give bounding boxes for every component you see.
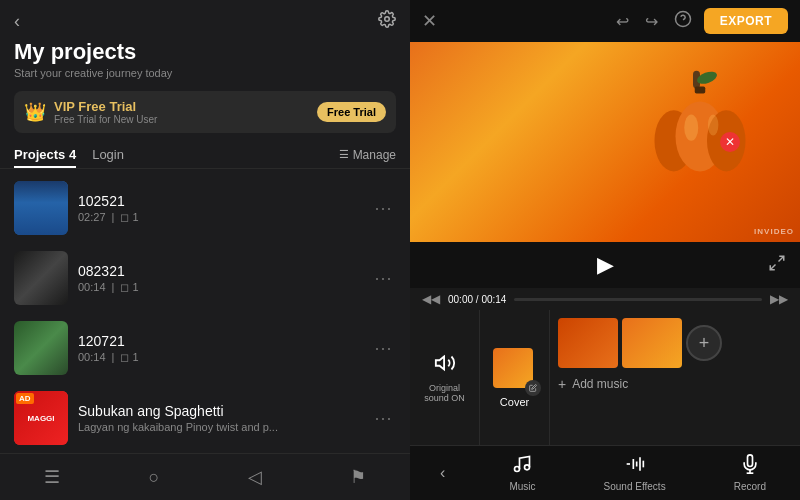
svg-rect-10: [695, 87, 706, 94]
project-thumbnail: [14, 181, 68, 235]
editor-nav-back-button[interactable]: ‹: [432, 464, 453, 482]
timeline-bar: ◀◀ 00:00 / 00:14 ▶▶: [410, 288, 800, 310]
tab-login[interactable]: Login: [92, 141, 124, 168]
svg-point-9: [708, 115, 719, 136]
svg-point-0: [385, 17, 390, 22]
sound-effects-label: Sound Effects: [604, 481, 666, 492]
timeline-left-btn[interactable]: ◀◀: [422, 292, 440, 306]
left-header: ‹: [0, 0, 410, 37]
watermark: INVIDEO: [754, 227, 794, 236]
pumpkin-illustration: [640, 62, 760, 202]
project-list: 102521 02:27 | ◻ 1 ⋯ 082321 00:14 | ◻ 1: [0, 173, 410, 453]
add-music-icon: +: [558, 376, 566, 392]
project-info: 120721 00:14 | ◻ 1: [78, 333, 360, 364]
video-preview: INVIDEO ✕: [410, 42, 800, 242]
export-button[interactable]: EXPORT: [704, 8, 788, 34]
project-info: 082321 00:14 | ◻ 1: [78, 263, 360, 294]
add-music-row[interactable]: + Add music: [558, 376, 792, 392]
timeline-right-btn[interactable]: ▶▶: [770, 292, 788, 306]
left-panel: ‹ My projects Start your creative journe…: [0, 0, 410, 500]
project-thumbnail: [14, 321, 68, 375]
project-thumbnail: MAGGI AD: [14, 391, 68, 445]
back-nav-icon[interactable]: ◁: [232, 462, 278, 492]
vip-banner[interactable]: 👑 VIP Free Trial Free Trial for New User…: [14, 91, 396, 133]
more-options-button[interactable]: ⋯: [370, 333, 396, 363]
project-meta: 02:27 | ◻ 1: [78, 211, 360, 224]
cover-panel[interactable]: Cover: [480, 310, 550, 445]
sound-icon: [434, 352, 456, 379]
project-meta: 00:14 | ◻ 1: [78, 281, 360, 294]
tab-projects[interactable]: Projects 4: [14, 141, 76, 168]
list-item[interactable]: 082321 00:14 | ◻ 1 ⋯: [0, 243, 410, 313]
redo-button[interactable]: ↪: [641, 12, 662, 31]
clip-thumbnail[interactable]: [622, 318, 682, 368]
more-options-button[interactable]: ⋯: [370, 193, 396, 223]
fullscreen-button[interactable]: [768, 254, 786, 277]
menu-icon[interactable]: ☰: [28, 462, 76, 492]
error-badge: ✕: [720, 132, 740, 152]
sound-label: Original sound ON: [418, 383, 471, 403]
sound-effects-icon: [625, 454, 645, 479]
project-clips: ◻ 1: [120, 211, 138, 224]
manage-label: Manage: [353, 148, 396, 162]
right-panel: ✕ ↩ ↪ EXPORT: [410, 0, 800, 500]
project-duration: 00:14: [78, 281, 106, 293]
timeline-track[interactable]: [514, 298, 762, 301]
settings-icon[interactable]: [378, 10, 396, 33]
vip-title: VIP Free Trial: [54, 99, 309, 114]
home-icon[interactable]: ○: [132, 463, 175, 492]
bottom-navigation: ☰ ○ ◁ ⚑: [0, 453, 410, 500]
project-name: 082321: [78, 263, 360, 279]
tab-manage[interactable]: ☰ Manage: [339, 148, 396, 162]
project-info: 102521 02:27 | ◻ 1: [78, 193, 360, 224]
bottom-editor-navigation: ‹ Music Sound Effects: [410, 445, 800, 500]
editor-controls: Original sound ON Cover + +: [410, 310, 800, 445]
music-nav-item[interactable]: Music: [497, 454, 547, 492]
project-clips: ◻ 1: [120, 351, 138, 364]
list-item[interactable]: MAGGI AD Subukan ang Spaghetti Lagyan ng…: [0, 383, 410, 453]
cover-label: Cover: [500, 396, 529, 408]
project-name: Subukan ang Spaghetti: [78, 403, 360, 419]
timeline-current-time: 00:00 / 00:14: [448, 294, 506, 305]
close-button[interactable]: ✕: [422, 10, 437, 32]
projects-tabs: Projects 4 Login ☰ Manage: [0, 141, 410, 169]
list-item[interactable]: 120721 00:14 | ◻ 1 ⋯: [0, 313, 410, 383]
play-controls: ▶: [410, 242, 800, 288]
sound-panel[interactable]: Original sound ON: [410, 310, 480, 445]
back-button[interactable]: ‹: [14, 11, 20, 32]
more-options-button[interactable]: ⋯: [370, 403, 396, 433]
project-duration: 00:14: [78, 351, 106, 363]
project-duration: 02:27: [78, 211, 106, 223]
svg-marker-13: [435, 357, 443, 370]
editor-header: ✕ ↩ ↪ EXPORT: [410, 0, 800, 42]
project-thumbnail: [14, 251, 68, 305]
clip-thumbnail[interactable]: [558, 318, 618, 368]
add-clip-button[interactable]: +: [686, 325, 722, 361]
music-icon: [512, 454, 532, 479]
help-button[interactable]: [670, 10, 696, 32]
preview-background: INVIDEO ✕: [410, 42, 800, 242]
project-info: Subukan ang Spaghetti Lagyan ng kakaiban…: [78, 403, 360, 433]
undo-button[interactable]: ↩: [612, 12, 633, 31]
project-meta: 00:14 | ◻ 1: [78, 351, 360, 364]
record-nav-item[interactable]: Record: [722, 454, 778, 492]
project-name: 102521: [78, 193, 360, 209]
more-options-button[interactable]: ⋯: [370, 263, 396, 293]
clips-area: + + Add music: [550, 310, 800, 445]
play-button[interactable]: ▶: [597, 252, 614, 278]
manage-icon: ☰: [339, 148, 349, 161]
vip-crown-icon: 👑: [24, 101, 46, 123]
vip-free-trial-button[interactable]: Free Trial: [317, 102, 386, 122]
page-subtitle: Start your creative journey today: [0, 67, 410, 87]
record-icon: [740, 454, 760, 479]
project-description: Lagyan ng kakaibang Pinoy twist and p...: [78, 421, 360, 433]
profile-icon[interactable]: ⚑: [334, 462, 382, 492]
sound-effects-nav-item[interactable]: Sound Effects: [592, 454, 678, 492]
list-item[interactable]: 102521 02:27 | ◻ 1 ⋯: [0, 173, 410, 243]
svg-point-14: [515, 467, 520, 472]
add-music-label: Add music: [572, 377, 628, 391]
music-label: Music: [509, 481, 535, 492]
svg-line-12: [770, 264, 775, 269]
svg-point-8: [684, 115, 698, 141]
cover-thumbnail-wrapper: [493, 348, 537, 392]
